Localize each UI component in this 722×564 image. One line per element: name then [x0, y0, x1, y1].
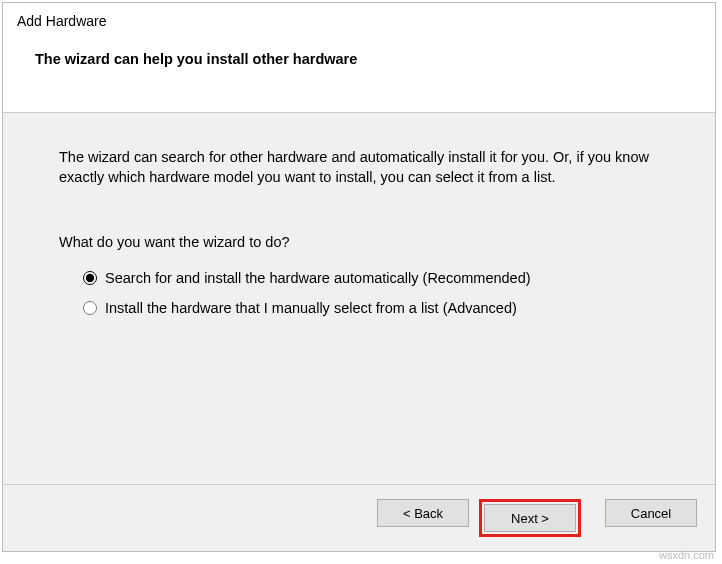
wizard-header: Add Hardware The wizard can help you ins…	[3, 3, 715, 113]
intro-text: The wizard can search for other hardware…	[59, 147, 659, 188]
options-group: Search for and install the hardware auto…	[83, 268, 659, 319]
option-manual-label: Install the hardware that I manually sel…	[105, 298, 517, 318]
option-auto-label: Search for and install the hardware auto…	[105, 268, 531, 288]
wizard-body: The wizard can search for other hardware…	[3, 113, 715, 484]
cancel-button[interactable]: Cancel	[605, 499, 697, 527]
next-button[interactable]: Next >	[484, 504, 576, 532]
back-button[interactable]: < Back	[377, 499, 469, 527]
wizard-footer: < Back Next > Cancel	[3, 484, 715, 551]
window-title: Add Hardware	[17, 13, 701, 29]
next-highlight: Next >	[479, 499, 581, 537]
wizard-question: What do you want the wizard to do?	[59, 232, 659, 252]
option-manual[interactable]: Install the hardware that I manually sel…	[83, 298, 659, 318]
radio-manual[interactable]	[83, 301, 97, 315]
radio-auto[interactable]	[83, 271, 97, 285]
watermark: wsxdn.com	[659, 549, 714, 561]
wizard-subtitle: The wizard can help you install other ha…	[35, 51, 701, 67]
option-auto[interactable]: Search for and install the hardware auto…	[83, 268, 659, 288]
add-hardware-wizard: Add Hardware The wizard can help you ins…	[2, 2, 716, 552]
